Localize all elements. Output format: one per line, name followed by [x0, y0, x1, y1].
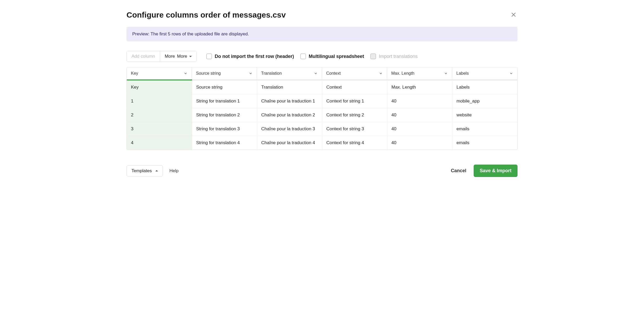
table-cell: Context	[322, 80, 387, 94]
table-cell: 40	[387, 94, 452, 108]
table-cell: Translation	[257, 80, 322, 94]
help-link[interactable]: Help	[169, 168, 178, 174]
column-selector-label: Max. Length	[391, 71, 414, 76]
checkbox-icon	[206, 53, 212, 59]
table-cell: Chaîne pour la traduction 2	[257, 108, 322, 122]
more-label: More	[165, 54, 175, 59]
more-button[interactable]: More More	[160, 51, 197, 62]
table-cell: 3	[127, 122, 192, 136]
table-cell: Context for string 1	[322, 94, 387, 108]
table-cell: emails	[452, 122, 517, 136]
table-cell: String for translation 4	[192, 136, 257, 150]
chevron-down-icon	[184, 72, 187, 75]
table-cell: String for translation 3	[192, 122, 257, 136]
column-selector-label: Translation	[261, 71, 282, 76]
chevron-down-icon	[509, 72, 513, 75]
table-cell: 40	[387, 108, 452, 122]
table-cell: 4	[127, 136, 192, 150]
do-not-import-first-row-label: Do not import the first row (header)	[215, 54, 294, 59]
checkbox-icon	[300, 53, 306, 59]
table-row: 1String for translation 1Chaîne pour la …	[127, 94, 517, 108]
do-not-import-first-row-checkbox-group[interactable]: Do not import the first row (header)	[206, 53, 294, 59]
save-import-button[interactable]: Save & Import	[474, 165, 518, 177]
chevron-down-icon	[314, 72, 318, 75]
table-cell: 1	[127, 94, 192, 108]
table-cell: Chaîne pour la traduction 1	[257, 94, 322, 108]
close-icon	[511, 12, 516, 18]
page-title: Configure columns order of messages.csv	[126, 10, 286, 19]
preview-banner: Preview: The first 5 rows of the uploade…	[126, 27, 518, 41]
close-button[interactable]	[510, 11, 518, 19]
table-cell: Max. Length	[387, 80, 452, 94]
table-row: 4String for translation 4Chaîne pour la …	[127, 136, 517, 150]
chevron-down-icon	[379, 72, 383, 75]
column-selector[interactable]: Translation	[257, 67, 322, 79]
table-cell: Context for string 4	[322, 136, 387, 150]
table-cell: String for translation 2	[192, 108, 257, 122]
column-selector-label: Source string	[196, 71, 221, 76]
preview-table: KeySource stringTranslationContextMax. L…	[126, 67, 518, 150]
table-cell: Source string	[192, 80, 257, 94]
table-cell: Chaîne pour la traduction 4	[257, 136, 322, 150]
templates-label: Templates	[131, 168, 152, 174]
column-selector-label: Labels	[456, 71, 469, 76]
chevron-down-icon	[249, 72, 252, 75]
table-row: 2String for translation 2Chaîne pour la …	[127, 108, 517, 122]
column-selector[interactable]: Source string	[192, 67, 257, 79]
multilingual-checkbox-group[interactable]: Multilingual spreadsheet	[300, 53, 364, 59]
column-selector[interactable]: Context	[322, 67, 387, 79]
chevron-down-icon	[189, 56, 192, 57]
table-cell: 40	[387, 136, 452, 150]
table-cell: 2	[127, 108, 192, 122]
table-cell: Key	[127, 80, 192, 94]
toolbar: Add column More More Do not import the f…	[126, 51, 518, 62]
table-cell: 40	[387, 122, 452, 136]
chevron-down-icon	[444, 72, 448, 75]
cancel-button[interactable]: Cancel	[451, 168, 466, 174]
add-column-label: Add column	[131, 54, 155, 59]
column-selector[interactable]: Max. Length	[387, 67, 452, 79]
chevron-up-icon	[155, 170, 158, 171]
column-selector-label: Key	[131, 71, 138, 76]
table-cell: emails	[452, 136, 517, 150]
more-label: More	[177, 54, 187, 59]
column-selector[interactable]: Key	[127, 67, 192, 79]
table-cell: Chaîne pour la traduction 3	[257, 122, 322, 136]
table-cell: mobile_app	[452, 94, 517, 108]
table-cell: website	[452, 108, 517, 122]
column-selector[interactable]: Labels	[452, 67, 517, 79]
import-translations-checkbox-group: Import translations	[370, 53, 418, 59]
templates-button[interactable]: Templates	[126, 165, 163, 176]
column-selector-label: Context	[326, 71, 341, 76]
multilingual-label: Multilingual spreadsheet	[309, 54, 364, 59]
table-row: KeySource stringTranslationContextMax. L…	[127, 80, 517, 94]
table-cell: Context for string 2	[322, 108, 387, 122]
import-translations-label: Import translations	[379, 54, 418, 59]
add-column-button[interactable]: Add column	[127, 51, 160, 62]
footer: Templates Help Cancel Save & Import	[126, 165, 518, 177]
table-cell: Context for string 3	[322, 122, 387, 136]
table-cell: Labels	[452, 80, 517, 94]
table-row: 3String for translation 3Chaîne pour la …	[127, 122, 517, 136]
table-cell: String for translation 1	[192, 94, 257, 108]
checkbox-icon	[370, 53, 376, 59]
